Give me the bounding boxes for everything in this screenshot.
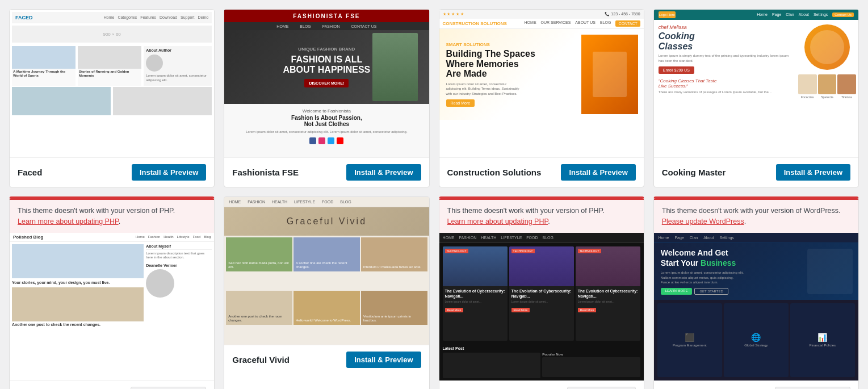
theme-card-cooking: Logo Here Home Page Clan About Settings … <box>653 9 859 187</box>
theme-preview-cooking: Logo Here Home Page Clan About Settings … <box>654 10 858 157</box>
error-text-inkstory: This theme doesn't work with your versio… <box>447 207 605 215</box>
theme-name-cooking: Cooking Master <box>662 168 726 177</box>
theme-name-fashionista: Fashionista FSE <box>232 168 299 177</box>
error-link-blockskit[interactable]: Please update WordPress <box>662 217 744 225</box>
theme-name-faced: Faced <box>18 168 42 177</box>
theme-name-graceful: Graceful Vivid <box>232 355 290 365</box>
theme-preview-blockskit: Home Page Clan About Settings Welcome An… <box>654 233 858 380</box>
theme-card-blockskit: This theme doesn't work with your versio… <box>653 196 859 389</box>
theme-card-fashionista: FASHIONISTA FSE HOME BLOG FASHION CONTAC… <box>224 9 429 187</box>
theme-card-construction: ★ ★ ★ ★ ★ 📞 123 - 456 - 7890 CONSTRUCTIO… <box>439 9 644 187</box>
theme-preview-polished: Polished Blog Home Fashion Health Lifest… <box>10 233 214 380</box>
install-btn-cooking[interactable]: Install & Preview <box>776 164 850 181</box>
install-btn-faced[interactable]: Install & Preview <box>132 164 206 181</box>
theme-card-inkstory: This theme doesn't work with your versio… <box>439 196 644 389</box>
theme-card-faced: FACED HomeCategoriesFeaturesDownloadSupp… <box>9 9 215 187</box>
install-btn-polished: Install & Preview <box>131 387 206 390</box>
theme-preview-construction: ★ ★ ★ ★ ★ 📞 123 - 456 - 7890 CONSTRUCTIO… <box>439 10 644 157</box>
theme-preview-faced: FACED HomeCategoriesFeaturesDownloadSupp… <box>10 10 214 157</box>
theme-footer-fashionista: Fashionista FSE Install & Preview <box>224 157 429 187</box>
theme-footer-blockskit: Blockskit Corporate Install & Preview <box>654 380 858 390</box>
theme-footer-faced: Faced Install & Preview <box>10 157 214 187</box>
install-btn-fashionista[interactable]: Install & Preview <box>346 164 421 181</box>
theme-footer-graceful: Graceful Vivid Install & Preview <box>224 345 429 374</box>
error-text-polished: This theme doesn't work with your versio… <box>18 207 175 215</box>
theme-footer-construction: Construction Solutions Install & Preview <box>439 157 644 187</box>
theme-card-polished: This theme doesn't work with your versio… <box>9 196 215 389</box>
error-link-polished[interactable]: Learn more about updating PHP <box>18 217 119 225</box>
install-btn-construction[interactable]: Install & Preview <box>561 164 635 181</box>
theme-preview-fashionista: FASHIONISTA FSE HOME BLOG FASHION CONTAC… <box>224 10 429 157</box>
theme-card-graceful: HOME FASHION HEALTH LIFESTYLE FOOD BLOG … <box>224 196 429 389</box>
error-banner-inkstory: This theme doesn't work with your versio… <box>439 198 644 233</box>
error-banner-polished: This theme doesn't work with your versio… <box>10 198 214 233</box>
theme-preview-inkstory: HOME FASHION HEALTH LIFESTYLE FOOD BLOG … <box>439 233 644 380</box>
error-banner-blockskit: This theme doesn't work with your versio… <box>654 198 858 233</box>
themes-grid: FACED HomeCategoriesFeaturesDownloadSupp… <box>9 9 859 389</box>
install-btn-graceful[interactable]: Install & Preview <box>346 352 421 368</box>
theme-footer-inkstory: Inkstory Install Preview <box>439 380 644 390</box>
theme-name-construction: Construction Solutions <box>447 168 542 177</box>
install-btn-blockskit: Install & Preview <box>775 387 850 390</box>
error-link-inkstory[interactable]: Learn more about updating PHP <box>447 217 548 225</box>
install-btn-inkstory: Install Preview <box>567 387 635 390</box>
theme-footer-polished: Polished Blog Install & Preview <box>10 380 214 390</box>
theme-preview-graceful: HOME FASHION HEALTH LIFESTYLE FOOD BLOG … <box>224 197 429 345</box>
theme-footer-cooking: Cooking Master Install & Preview <box>654 157 858 187</box>
error-text-blockskit: This theme doesn't work with your versio… <box>662 207 841 215</box>
